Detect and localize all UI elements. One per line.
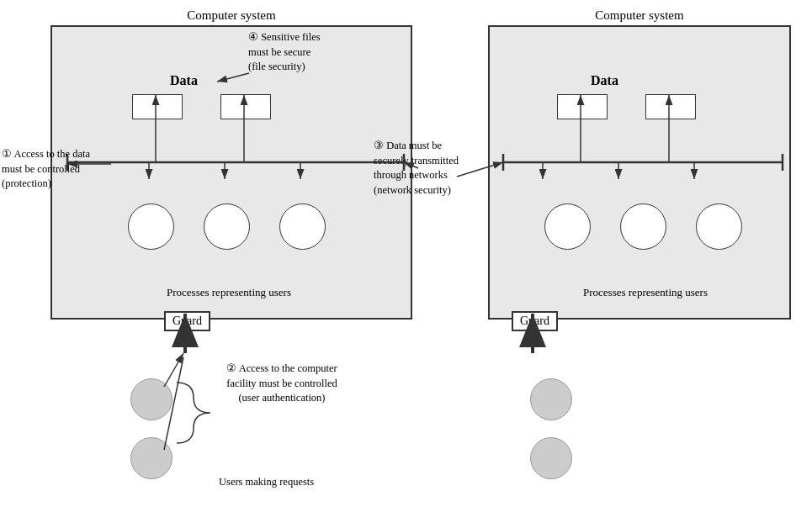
left-data-label: Data bbox=[170, 73, 198, 88]
right-processes-label: Processes representing users bbox=[536, 286, 755, 299]
annotation-3: ③ Data must besecurely transmittedthroug… bbox=[374, 139, 512, 198]
diagram-container: Computer system Data Processes represent… bbox=[0, 0, 812, 523]
right-guard-box: Guard bbox=[512, 311, 558, 331]
left-process-circle-3 bbox=[279, 203, 326, 250]
right-process-circle-2 bbox=[620, 203, 666, 250]
left-system-title: Computer system bbox=[187, 8, 275, 23]
right-data-rect-1 bbox=[557, 94, 608, 119]
annotation-1: ① Access to the datamust be controlled(p… bbox=[2, 147, 111, 192]
right-process-circle-3 bbox=[696, 203, 742, 250]
left-processes-label: Processes representing users bbox=[119, 286, 338, 299]
annotation-4: ④ Sensitive filesmust be secure(file sec… bbox=[248, 30, 383, 75]
annotation-2: ② Access to the computerfacility must be… bbox=[198, 362, 366, 406]
user-circle-3 bbox=[530, 378, 572, 420]
user-circle-2 bbox=[130, 437, 172, 479]
left-process-circle-2 bbox=[204, 203, 250, 250]
left-data-rect-1 bbox=[132, 94, 183, 119]
right-system-title: Computer system bbox=[595, 8, 683, 23]
left-guard-box: Guard bbox=[164, 311, 210, 331]
left-data-rect-2 bbox=[220, 94, 271, 119]
users-label: Users making requests bbox=[219, 475, 314, 490]
right-data-label: Data bbox=[591, 73, 618, 88]
right-process-circle-1 bbox=[544, 203, 591, 250]
user-circle-1 bbox=[130, 378, 172, 420]
svg-line-22 bbox=[164, 353, 183, 387]
left-process-circle-1 bbox=[128, 203, 174, 250]
right-computer-system-box: Computer system Data Processes represent… bbox=[488, 25, 791, 320]
user-circle-4 bbox=[530, 437, 572, 479]
right-data-rect-2 bbox=[645, 94, 696, 119]
